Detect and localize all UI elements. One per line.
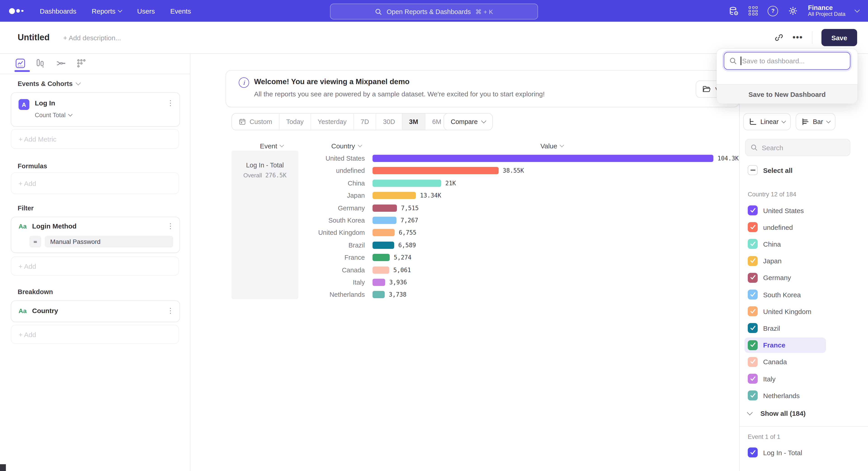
settings-gear-icon[interactable]: [788, 6, 798, 16]
show-all-button[interactable]: Show all (184): [748, 405, 806, 421]
bar[interactable]: [373, 279, 385, 286]
kebab-menu-icon[interactable]: ⋮: [167, 307, 174, 315]
kebab-menu-icon[interactable]: ⋮: [167, 99, 174, 107]
tab-insights[interactable]: [14, 57, 27, 69]
bar[interactable]: [373, 192, 416, 199]
range-7d[interactable]: 7D: [353, 114, 376, 130]
add-filter-button[interactable]: + Add: [11, 257, 179, 275]
legend-item-united-states[interactable]: United States: [745, 203, 826, 218]
range-yesterday[interactable]: Yesterday: [310, 114, 353, 130]
bar[interactable]: [373, 155, 713, 162]
breakdown-property-name[interactable]: Country: [32, 307, 58, 315]
legend-item-brazil[interactable]: Brazil: [745, 321, 826, 336]
nav-item-reports[interactable]: Reports: [92, 7, 122, 15]
tab-flows[interactable]: [55, 57, 67, 69]
legend-item-canada[interactable]: Canada: [745, 354, 826, 370]
search-icon: [375, 8, 382, 15]
bar-value-label: 7,515: [401, 205, 418, 211]
legend-item-china[interactable]: China: [745, 236, 826, 252]
legend-search-input[interactable]: Search: [745, 139, 850, 156]
bar[interactable]: [373, 266, 389, 273]
legend-item-japan[interactable]: Japan: [745, 253, 826, 268]
color-checkbox[interactable]: [748, 273, 758, 283]
breakdown-card[interactable]: Aa Country ⋮: [11, 300, 180, 322]
nav-item-events[interactable]: Events: [170, 7, 191, 15]
bar[interactable]: [373, 242, 394, 249]
more-options-icon[interactable]: •••: [793, 33, 803, 42]
copy-link-icon[interactable]: [774, 33, 783, 42]
color-checkbox[interactable]: [748, 340, 758, 350]
save-dashboard-search-input[interactable]: Save to dashboard...: [724, 52, 850, 70]
column-header-country[interactable]: Country: [331, 142, 361, 150]
events-cohorts-header[interactable]: Events & Cohorts: [18, 80, 80, 87]
event-checkbox[interactable]: [748, 447, 758, 458]
metric-event-name[interactable]: Log In: [35, 99, 55, 107]
chart-row-united-states: United States104.3K: [190, 152, 739, 165]
data-management-icon[interactable]: [728, 6, 739, 16]
legend-item-south-korea[interactable]: South Korea: [745, 287, 826, 302]
range-3m[interactable]: 3M: [402, 114, 425, 130]
tab-retention[interactable]: [75, 57, 88, 69]
chart-scale-dropdown[interactable]: Linear: [743, 113, 791, 130]
bar[interactable]: [373, 254, 390, 261]
legend-item-united-kingdom[interactable]: United Kingdom: [745, 303, 826, 319]
bar[interactable]: [373, 167, 499, 174]
legend-item-italy[interactable]: Italy: [745, 371, 826, 386]
legend-item-france[interactable]: France: [745, 337, 826, 353]
color-checkbox[interactable]: [748, 205, 758, 215]
filter-operator-chip[interactable]: =: [29, 236, 41, 247]
legend-item-germany[interactable]: Germany: [745, 270, 826, 286]
add-metric-button[interactable]: + Add Metric: [11, 129, 179, 149]
color-checkbox[interactable]: [748, 306, 758, 316]
bar[interactable]: [373, 291, 385, 298]
legend-item-label: France: [763, 341, 785, 349]
range-custom[interactable]: Custom: [232, 114, 279, 130]
bar[interactable]: [373, 217, 397, 224]
filter-card[interactable]: Aa Login Method ⋮ = Manual Password: [11, 217, 180, 253]
bar-value-label: 6,755: [399, 229, 416, 236]
project-switcher[interactable]: Finance All Project Data: [808, 4, 845, 18]
chart-type-dropdown[interactable]: Bar: [796, 113, 835, 130]
color-checkbox[interactable]: [748, 290, 758, 299]
global-search-input[interactable]: Open Reports & Dashboards ⌘ + K: [330, 4, 538, 20]
nav-item-dashboards[interactable]: Dashboards: [40, 7, 76, 15]
kebab-menu-icon[interactable]: ⋮: [167, 223, 174, 230]
add-description-button[interactable]: + Add description...: [63, 34, 121, 41]
metric-card[interactable]: A Log In ⋮ Count Total: [11, 92, 180, 127]
select-all-row[interactable]: Select all: [748, 165, 793, 175]
legend-item-undefined[interactable]: undefined: [745, 219, 826, 235]
apps-grid-icon[interactable]: [749, 6, 758, 16]
color-checkbox[interactable]: [748, 239, 758, 249]
range-30d[interactable]: 30D: [376, 114, 402, 130]
mixpanel-logo-icon[interactable]: [9, 8, 27, 14]
range-today[interactable]: Today: [279, 114, 310, 130]
bar[interactable]: [373, 229, 395, 236]
color-checkbox[interactable]: [748, 374, 758, 384]
select-all-checkbox[interactable]: [748, 165, 758, 175]
tab-funnels[interactable]: [34, 57, 46, 69]
save-to-new-dashboard-button[interactable]: Save to New Dashboard: [717, 84, 858, 104]
save-button[interactable]: Save: [822, 29, 857, 46]
color-checkbox[interactable]: [748, 256, 758, 266]
column-header-value[interactable]: Value: [540, 142, 564, 150]
filter-property-name[interactable]: Login Method: [32, 222, 76, 230]
filter-value-chip[interactable]: Manual Password: [45, 236, 173, 247]
nav-item-users[interactable]: Users: [137, 7, 155, 15]
legend-event-item[interactable]: Log In - Total: [748, 445, 802, 460]
bar[interactable]: [373, 180, 441, 187]
color-checkbox[interactable]: [748, 390, 758, 401]
metric-aggregation-dropdown[interactable]: Count Total: [35, 112, 72, 119]
report-title[interactable]: Untitled: [18, 33, 50, 42]
add-formula-button[interactable]: + Add: [11, 172, 179, 194]
bar-value-label: 3,936: [389, 279, 407, 286]
legend-item-netherlands[interactable]: Netherlands: [745, 388, 826, 403]
compare-button[interactable]: Compare: [443, 113, 493, 130]
color-checkbox[interactable]: [748, 222, 758, 232]
column-header-event[interactable]: Event: [260, 142, 284, 150]
add-breakdown-button[interactable]: + Add: [11, 325, 179, 344]
help-icon[interactable]: ?: [768, 6, 778, 16]
color-checkbox[interactable]: [748, 323, 758, 333]
bar[interactable]: [373, 204, 397, 211]
color-checkbox[interactable]: [748, 357, 758, 367]
project-name: Finance: [808, 4, 845, 11]
